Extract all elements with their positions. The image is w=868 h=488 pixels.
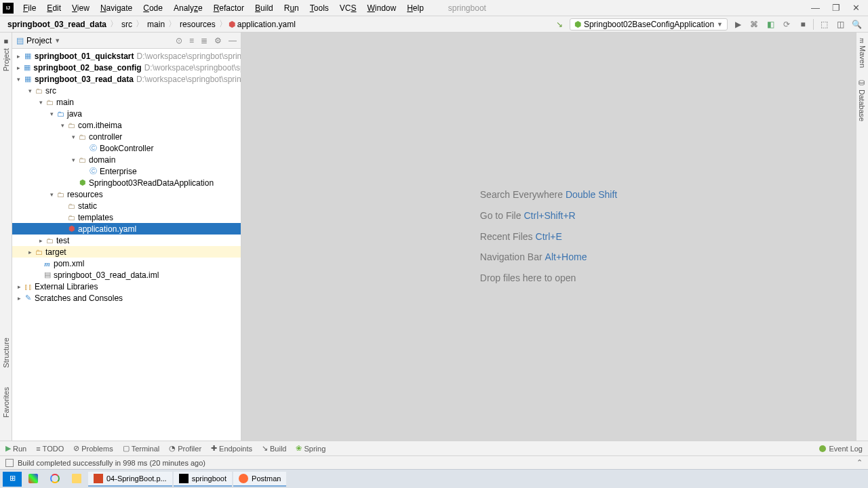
stop-button-icon[interactable]: ■ xyxy=(797,20,809,29)
breadcrumb-file[interactable]: application.yaml xyxy=(235,20,298,29)
tree-package[interactable]: ▾🗀com.itheima xyxy=(12,119,241,131)
tree-module[interactable]: ▾▦springboot_03_read_dataD:\workspace\sp… xyxy=(12,73,241,85)
menu-navigate[interactable]: Navigate xyxy=(95,2,138,14)
menu-code[interactable]: Code xyxy=(138,2,168,14)
debug-button-icon[interactable]: ⌘ xyxy=(748,20,760,29)
tab-run[interactable]: ▶Run xyxy=(5,444,26,453)
tab-todo[interactable]: ≡TODO xyxy=(36,445,64,453)
tree-folder[interactable]: ▾🗀java xyxy=(12,108,241,119)
tab-project[interactable]: Project ■ xyxy=(2,35,10,74)
chevron-right-icon: 〉 xyxy=(218,18,229,30)
tree-folder[interactable]: ▾🗀src xyxy=(12,85,241,96)
tree-folder[interactable]: ▸🗀templates xyxy=(12,211,241,223)
tree-folder[interactable]: ▸🗀test xyxy=(12,235,241,246)
tree-folder-target[interactable]: ▸🗀target xyxy=(12,246,241,258)
run-button-icon[interactable]: ▶ xyxy=(732,20,744,29)
window-close[interactable]: ✕ xyxy=(852,3,860,13)
chevron-down-icon[interactable]: ▼ xyxy=(54,37,60,44)
settings-icon[interactable]: ⚙ xyxy=(214,36,222,45)
breadcrumb-resources[interactable]: resources xyxy=(178,20,218,29)
tree-folder[interactable]: ▸🗀static xyxy=(12,200,241,211)
status-tool-window-icon[interactable] xyxy=(5,459,14,467)
menu-help[interactable]: Help xyxy=(401,2,429,14)
tab-profiler[interactable]: ◔Profiler xyxy=(169,444,201,453)
tab-build[interactable]: ↘Build xyxy=(262,444,286,453)
project-panel-title[interactable]: Project xyxy=(26,36,52,45)
os-taskbar: ⊞ 04-SpringBoot.p... springboot Postman xyxy=(0,469,868,488)
breadcrumb-root[interactable]: springboot_03_read_data xyxy=(5,20,108,29)
tree-file[interactable]: ▸mpom.xml xyxy=(12,258,241,269)
menu-bar: File Edit View Navigate Code Analyze Ref… xyxy=(0,0,868,16)
tab-structure[interactable]: Structure xyxy=(2,335,10,371)
tree-module[interactable]: ▸▦springboot_01_quickstartD:\workspace\s… xyxy=(12,50,241,62)
tree-folder[interactable]: ▾🗀resources xyxy=(12,188,241,200)
menu-analyze[interactable]: Analyze xyxy=(168,2,208,14)
menu-window[interactable]: Window xyxy=(361,2,401,14)
start-button[interactable]: ⊞ xyxy=(3,472,22,487)
project-view-icon: ▤ xyxy=(16,36,24,45)
tab-terminal[interactable]: ▢Terminal xyxy=(123,444,160,453)
run-config-selector[interactable]: ⬢ Springboot02BaseConfigApplication ▼ xyxy=(570,18,728,30)
editor-hints: Search Everywhere Double Shift Go to Fil… xyxy=(480,184,617,289)
tree-external-libraries[interactable]: ▸⫿⫿External Libraries xyxy=(12,281,241,292)
menu-build[interactable]: Build xyxy=(250,2,279,14)
menu-tools[interactable]: Tools xyxy=(304,2,334,14)
tree-folder[interactable]: ▾🗀main xyxy=(12,96,241,108)
app-logo-icon xyxy=(3,3,14,14)
tab-maven[interactable]: m Maven xyxy=(859,35,867,70)
menu-file[interactable]: File xyxy=(18,2,41,14)
taskbar-powerpoint[interactable]: 04-SpringBoot.p... xyxy=(88,472,172,487)
menu-vcs[interactable]: VCS xyxy=(334,2,362,14)
event-log-status-icon xyxy=(819,445,826,452)
hide-panel-icon[interactable]: — xyxy=(229,36,237,45)
status-message: Build completed successfully in 998 ms (… xyxy=(18,459,205,467)
menu-view[interactable]: View xyxy=(66,2,95,14)
select-opened-file-icon[interactable]: ⊙ xyxy=(176,36,182,45)
build-hammer-icon[interactable]: ↘ xyxy=(553,20,566,29)
chevron-right-icon: 〉 xyxy=(108,18,119,30)
menu-run[interactable]: Run xyxy=(279,2,304,14)
left-tool-gutter: Project ■ Structure Favorites xyxy=(0,33,12,441)
tree-package[interactable]: ▾🗀controller xyxy=(12,131,241,142)
taskbar-app[interactable] xyxy=(23,472,43,487)
tree-module[interactable]: ▸▦springboot_02_base_configD:\workspace\… xyxy=(12,62,241,73)
taskbar-intellij[interactable]: springboot xyxy=(174,472,232,487)
coverage-button-icon[interactable]: ◧ xyxy=(764,20,776,29)
chevron-right-icon: 〉 xyxy=(167,18,178,30)
tree-file-selected[interactable]: ▸⬢application.yaml xyxy=(12,223,241,235)
tab-spring[interactable]: ❀Spring xyxy=(296,444,326,453)
tab-endpoints[interactable]: ✚Endpoints xyxy=(211,444,252,453)
tab-problems[interactable]: ⊘Problems xyxy=(73,444,113,453)
breadcrumb-main[interactable]: main xyxy=(145,20,167,29)
vcs-commit-icon[interactable]: ◫ xyxy=(834,20,846,29)
tree-scratches[interactable]: ▸✎Scratches and Consoles xyxy=(12,292,241,304)
tree-package[interactable]: ▾🗀domain xyxy=(12,154,241,165)
tab-favorites[interactable]: Favorites xyxy=(2,384,10,420)
tree-file[interactable]: ▸▤springboot_03_read_data.iml xyxy=(12,269,241,281)
tab-database[interactable]: ⛁ Database xyxy=(858,76,867,124)
project-tree[interactable]: ▸▦springboot_01_quickstartD:\workspace\s… xyxy=(12,49,241,441)
search-everywhere-icon[interactable]: 🔍 xyxy=(850,20,863,29)
tree-class[interactable]: ▸ⒸBookController xyxy=(12,142,241,154)
breadcrumb-src[interactable]: src xyxy=(119,20,134,29)
profile-button-icon[interactable]: ⟳ xyxy=(781,20,793,29)
vcs-update-icon[interactable]: ⬚ xyxy=(818,20,830,29)
run-config-name: Springboot02BaseConfigApplication xyxy=(584,20,714,29)
taskbar-chrome[interactable] xyxy=(45,472,65,487)
taskbar-explorer[interactable] xyxy=(66,472,87,487)
tree-class[interactable]: ▸⬢Springboot03ReadDataApplication xyxy=(12,177,241,188)
menu-edit[interactable]: Edit xyxy=(41,2,66,14)
expand-all-icon[interactable]: ≡ xyxy=(189,36,194,45)
chevron-right-icon: 〉 xyxy=(134,18,145,30)
collapse-all-icon[interactable]: ≣ xyxy=(201,36,208,45)
window-maximize[interactable]: ❐ xyxy=(832,3,840,13)
menu-refactor[interactable]: Refactor xyxy=(208,2,250,14)
project-label: springboot xyxy=(448,3,486,13)
tree-class[interactable]: ▸ⒸEnterprise xyxy=(12,165,241,177)
editor-empty-area[interactable]: Search Everywhere Double Shift Go to Fil… xyxy=(241,33,856,441)
status-toggle-icon[interactable]: ⌃ xyxy=(856,458,863,467)
project-panel: ▤ Project ▼ ⊙ ≡ ≣ ⚙ — ▸▦springboot_01_qu… xyxy=(12,33,241,441)
taskbar-postman[interactable]: Postman xyxy=(233,472,286,487)
tab-event-log[interactable]: Event Log xyxy=(829,445,863,453)
window-minimize[interactable]: — xyxy=(811,3,820,13)
